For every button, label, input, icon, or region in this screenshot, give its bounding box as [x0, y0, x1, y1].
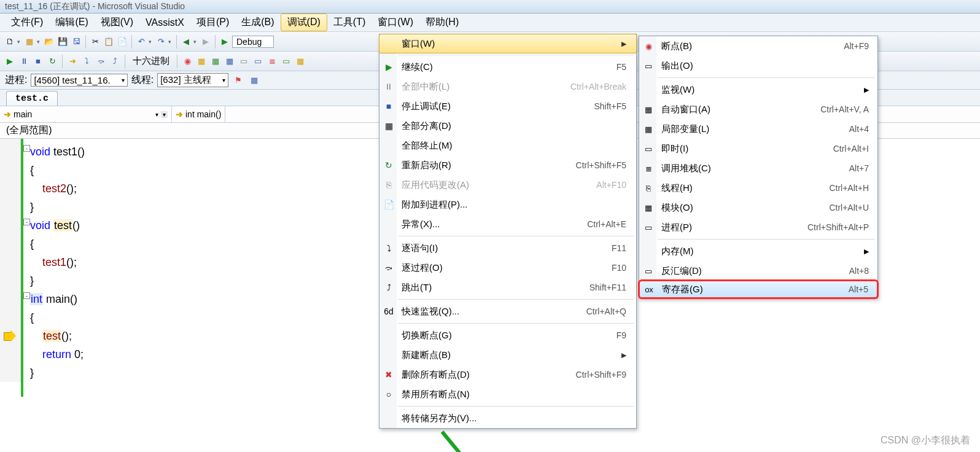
nav-fwd-icon[interactable]: ▶	[200, 36, 212, 48]
tb-icon-4[interactable]: ▦	[224, 55, 236, 68]
menu-item[interactable]: ⤵逐语句(I)F11	[379, 238, 636, 258]
fold-toggle[interactable]: -	[23, 292, 30, 299]
nav-function[interactable]: int main()	[185, 109, 221, 119]
start-debug-icon[interactable]: ▶	[219, 36, 231, 48]
menu-window[interactable]: 窗口(W)	[371, 14, 419, 31]
save-all-icon[interactable]: 🖫	[70, 36, 82, 48]
submenu-item-shortcut: Alt+F9	[844, 41, 869, 51]
menu-build[interactable]: 生成(B)	[235, 14, 280, 31]
submenu-arrow-icon: ▶	[621, 351, 626, 359]
step-over-icon[interactable]: ⤼	[95, 55, 107, 68]
menu-item[interactable]: ↻重新启动(R)Ctrl+Shift+F5	[379, 155, 636, 175]
thread-selector[interactable]: [632] 主线程▾	[157, 73, 228, 87]
menu-item[interactable]: ▦全部分离(D)	[379, 116, 636, 136]
menu-item[interactable]: 将转储另存为(V)...	[379, 408, 636, 428]
step-into-icon[interactable]: ⤵	[80, 55, 93, 68]
tb-icon-1[interactable]: ◉	[181, 55, 193, 68]
menu-item-icon	[382, 411, 395, 425]
submenu-item[interactable]: ▭即时(I)Ctrl+Alt+I	[639, 139, 877, 158]
fold-toggle[interactable]: -	[23, 219, 30, 225]
menu-item-shortcut: F9	[616, 330, 626, 340]
undo-icon[interactable]: ↶	[135, 36, 147, 48]
menu-file[interactable]: 文件(F)	[5, 14, 49, 31]
submenu-item-label: 自动窗口(A)	[661, 104, 799, 115]
menu-item-label: 新建断点(B)	[402, 349, 615, 361]
submenu-item[interactable]: ▭输出(O)	[639, 56, 877, 76]
submenu-item[interactable]: ▦模块(O)Ctrl+Alt+U	[639, 198, 877, 217]
menu-vassistx[interactable]: VAssistX	[139, 15, 190, 30]
submenu-item[interactable]: 内存(M)▶	[639, 241, 877, 261]
paste-icon[interactable]: 📄	[116, 36, 128, 48]
menu-item[interactable]: ○禁用所有断点(N)	[379, 384, 636, 404]
submenu-item-label: 断点(B)	[661, 41, 823, 52]
menu-item[interactable]: ⏸全部中断(L)Ctrl+Alt+Break	[379, 77, 636, 96]
menu-item-label: 跳出(T)	[402, 282, 565, 294]
nav-scope[interactable]: main	[14, 109, 153, 119]
menu-edit[interactable]: 编辑(E)	[49, 14, 94, 31]
flag-icon[interactable]: ⚑	[232, 74, 244, 87]
menu-item-shortcut: Ctrl+Alt+Q	[586, 306, 626, 316]
menu-tools[interactable]: 工具(T)	[327, 14, 371, 31]
process-selector[interactable]: [4560] test_11_16.▾	[31, 74, 127, 87]
submenu-item-icon: ◉	[642, 39, 655, 53]
chevron-down-icon[interactable]: ▾	[161, 111, 168, 118]
menu-item[interactable]: ▶继续(C)F5	[379, 57, 636, 77]
menu-item-label: 将转储另存为(V)...	[402, 413, 626, 424]
tb-icon-6[interactable]: ▭	[252, 55, 264, 68]
chevron-down-icon[interactable]: ▾	[155, 111, 158, 118]
step-out-icon[interactable]: ⤴	[109, 55, 121, 68]
nav-back-icon[interactable]: ◀	[180, 36, 192, 48]
cut-icon[interactable]: ✂	[89, 36, 101, 48]
menu-item[interactable]: ⤼逐过程(O)F10	[379, 258, 636, 278]
submenu-item[interactable]: ≣调用堆栈(C)Alt+7	[639, 158, 877, 178]
submenu-item[interactable]: 监视(W)▶	[639, 80, 877, 99]
tb-icon-5[interactable]: ▭	[238, 55, 250, 68]
stop-icon[interactable]: ■	[32, 55, 44, 68]
fold-toggle[interactable]: -	[23, 145, 30, 152]
submenu-item[interactable]: ▭进程(P)Ctrl+Shift+Alt+P	[639, 217, 877, 237]
menu-item[interactable]: 切换断点(G)F9	[379, 325, 636, 345]
menu-item[interactable]: 窗口(W)▶	[379, 34, 637, 53]
submenu-item-label: 进程(P)	[661, 222, 787, 233]
menu-item[interactable]: 异常(X)...Ctrl+Alt+E	[379, 214, 636, 234]
tb-icon-3[interactable]: ▦	[209, 55, 222, 68]
restart-icon[interactable]: ↻	[46, 55, 58, 68]
menu-view[interactable]: 视图(V)	[95, 14, 139, 31]
submenu-item[interactable]: ⎘线程(H)Ctrl+Alt+H	[639, 178, 877, 198]
menu-item[interactable]: ⎘应用代码更改(A)Alt+F10	[379, 175, 636, 195]
new-project-icon[interactable]: 🗋	[4, 36, 16, 48]
redo-icon[interactable]: ↷	[155, 36, 167, 48]
menu-item[interactable]: ✖删除所有断点(D)Ctrl+Shift+F9	[379, 365, 636, 384]
show-next-icon[interactable]: ➜	[66, 55, 79, 68]
submenu-item[interactable]: ▦自动窗口(A)Ctrl+Alt+V, A	[639, 99, 877, 119]
continue-icon[interactable]: ▶	[4, 55, 16, 68]
menu-item-label: 逐过程(O)	[402, 262, 587, 274]
config-selector[interactable]: Debug	[232, 36, 274, 48]
stack-frame-icon[interactable]: ▦	[248, 74, 260, 87]
menu-debug[interactable]: 调试(D)	[281, 14, 327, 31]
submenu-item[interactable]: ox寄存器(G)Alt+5	[638, 279, 879, 299]
menu-item[interactable]: ⤴跳出(T)Shift+F11	[379, 278, 636, 297]
pause-icon[interactable]: ⏸	[18, 55, 30, 68]
menu-help[interactable]: 帮助(H)	[419, 14, 465, 31]
copy-icon[interactable]: 📋	[103, 36, 115, 48]
hex-label[interactable]: 十六进制	[133, 55, 169, 67]
menu-project[interactable]: 项目(P)	[190, 14, 235, 31]
menu-item[interactable]: 新建断点(B)▶	[379, 345, 636, 365]
tb-icon-9[interactable]: ▦	[294, 55, 306, 68]
menu-separator	[398, 406, 634, 407]
menu-item[interactable]: 📄附加到进程(P)...	[379, 195, 636, 214]
open-icon[interactable]: 📂	[43, 36, 55, 48]
submenu-item[interactable]: ◉断点(B)Alt+F9	[639, 36, 877, 56]
tb-icon-2[interactable]: ▦	[195, 55, 208, 68]
tb-icon-8[interactable]: ▭	[280, 55, 292, 68]
submenu-item[interactable]: ▦局部变量(L)Alt+4	[639, 119, 877, 139]
tb-icon-7[interactable]: ≣	[266, 55, 278, 68]
file-tab-active[interactable]: test.c	[6, 91, 58, 106]
menu-item[interactable]: 6d快速监视(Q)...Ctrl+Alt+Q	[379, 302, 636, 321]
save-icon[interactable]: 💾	[56, 36, 69, 48]
submenu-item[interactable]: ▭反汇编(D)Alt+8	[639, 261, 877, 281]
add-item-icon[interactable]: ▦	[23, 36, 36, 48]
menu-item[interactable]: ■停止调试(E)Shift+F5	[379, 96, 636, 116]
menu-item[interactable]: 全部终止(M)	[379, 136, 636, 155]
